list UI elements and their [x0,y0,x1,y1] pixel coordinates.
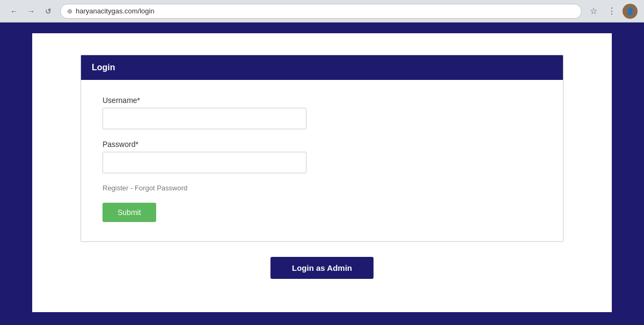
password-group: Password* [103,140,541,173]
login-card: Login Username* Password* Reg [80,55,564,242]
username-group: Username* [103,96,541,129]
submit-button[interactable]: Submit [103,203,156,222]
profile-avatar[interactable]: 👤 [623,4,638,19]
nav-buttons: ← → ↺ [6,4,56,19]
address-bar[interactable]: ⊕ haryanacitygas.com/login [60,4,582,19]
admin-login-button[interactable]: Login as Admin [270,257,374,279]
form-links: Register - Forgot Password [103,184,541,192]
page-content: Login Username* Password* Reg [0,23,644,325]
back-button[interactable]: ← [6,4,21,19]
register-link[interactable]: Register [103,184,128,192]
forgot-password-link[interactable]: Forgot Password [135,184,187,192]
login-card-body: Username* Password* Register - Forgot Pa… [81,80,563,241]
password-label: Password* [103,140,541,149]
browser-action-buttons: ☆ ⋮ 👤 [586,4,638,19]
browser-toolbar: ← → ↺ ⊕ haryanacitygas.com/login ☆ ⋮ 👤 [0,0,644,23]
url-text: haryanacitygas.com/login [76,7,155,15]
bookmark-button[interactable]: ☆ [586,4,601,19]
password-input[interactable] [103,152,306,173]
login-card-header: Login [81,55,563,80]
admin-login-container: Login as Admin [32,255,612,279]
username-input[interactable] [103,108,306,129]
outer-wrapper: Login Username* Password* Reg [32,33,612,312]
username-label: Username* [103,96,541,105]
site-info-icon: ⊕ [67,8,72,15]
browser-window: ← → ↺ ⊕ haryanacitygas.com/login ☆ ⋮ 👤 L… [0,0,644,325]
link-separator: - [128,184,135,192]
login-card-title: Login [92,63,115,72]
refresh-button[interactable]: ↺ [41,4,56,19]
forward-button[interactable]: → [24,4,39,19]
menu-button[interactable]: ⋮ [604,4,619,19]
